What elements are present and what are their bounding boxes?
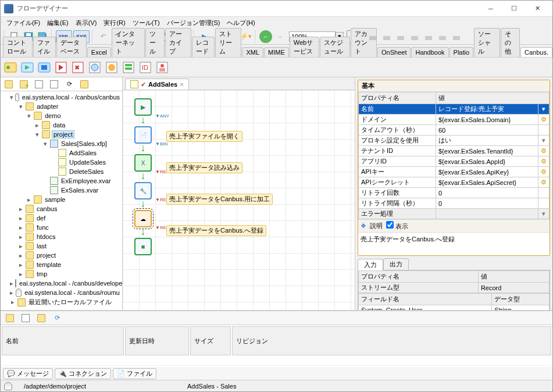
- node-end[interactable]: ■: [134, 238, 152, 255]
- pal-icon-4[interactable]: [53, 60, 69, 75]
- tree-demo[interactable]: ▾demo: [25, 111, 122, 120]
- bt-btn-1[interactable]: [3, 312, 16, 325]
- back-button[interactable]: ←: [259, 30, 272, 43]
- prop-row-apisecret[interactable]: APIシークレット${exvar.ExSales.ApiSecret}⚙: [359, 177, 550, 188]
- forward-button[interactable]: →: [273, 30, 286, 43]
- debug-step-button[interactable]: ⚡▾: [240, 30, 252, 43]
- minimize-button[interactable]: ─: [479, 2, 502, 16]
- ptab-archive[interactable]: アーカイブ: [165, 28, 191, 57]
- pal-icon-3[interactable]: [37, 60, 52, 75]
- sb-btn-2[interactable]: +: [17, 78, 30, 91]
- ptab-stream[interactable]: ストリーム: [215, 28, 241, 57]
- prop-row-timeout[interactable]: タイムアウト（秒）60: [359, 125, 550, 136]
- tree-tmp[interactable]: ▸tmp: [17, 269, 122, 279]
- prop-row-appid[interactable]: アプリID${exvar.ExSales.AppId}⚙: [359, 156, 550, 167]
- flow-canvas[interactable]: ▶▼ANY ↓ 📄▼BIN 売上予実ファイルを開く ↓ X▼REC 売上予実デー…: [123, 90, 355, 310]
- io-prop-table[interactable]: プロパティ名値 ストリーム型Record: [358, 270, 550, 293]
- node-register[interactable]: ☁▼REC: [134, 210, 152, 227]
- tree-canbus[interactable]: ▸canbus: [17, 204, 122, 213]
- ptab-database[interactable]: データベース: [56, 37, 86, 57]
- tree-last[interactable]: ▸last: [17, 241, 122, 251]
- pal-icon-7[interactable]: [104, 60, 119, 75]
- btab-connection[interactable]: 🔌コネクション: [55, 368, 111, 379]
- pal-icon-1[interactable]: [3, 60, 18, 75]
- ptab-other[interactable]: その他: [501, 28, 520, 57]
- tree-template[interactable]: ▸template: [17, 260, 122, 269]
- sb-btn-6[interactable]: [78, 78, 91, 91]
- desc-text[interactable]: 売上予実データをCanbus.へ登録: [358, 232, 550, 255]
- bt-btn-4[interactable]: ⟳: [51, 312, 63, 325]
- project-tree[interactable]: ▾eai.systena.local - /canbus/canbus ▾ada…: [1, 91, 122, 310]
- ft-head-name[interactable]: 名前: [2, 326, 124, 355]
- sb-btn-3[interactable]: [33, 78, 45, 91]
- menu-file[interactable]: ファイル(F): [3, 17, 44, 28]
- vcs-btn5[interactable]: [422, 30, 435, 43]
- ptab-handbook[interactable]: Handbook: [411, 47, 448, 57]
- tree-def[interactable]: ▸def: [17, 213, 122, 223]
- tree-recent[interactable]: ▸最近開いたローカルファイル: [9, 297, 122, 307]
- prop-row-proxy[interactable]: プロキシ設定を使用はい▾: [359, 136, 550, 146]
- redo-button[interactable]: ↷: [110, 30, 123, 43]
- tree-projectf[interactable]: ▸project: [17, 251, 122, 260]
- tree-deletesales[interactable]: DeleteSales: [49, 167, 122, 176]
- io-row-stream[interactable]: ストリーム型Record: [359, 283, 550, 293]
- ptab-tools[interactable]: ツール: [145, 28, 165, 57]
- ptab-file[interactable]: ファイル: [33, 37, 56, 57]
- ptab-social[interactable]: ソーシャル: [474, 28, 500, 57]
- io-tab-input[interactable]: 入力: [358, 259, 383, 270]
- node-convert[interactable]: 🔧▼REC: [134, 182, 152, 199]
- tree-adapter[interactable]: ▾adapter: [17, 102, 122, 111]
- tree-exemp[interactable]: ExEmployee.xvar: [41, 176, 122, 186]
- sb-btn-5[interactable]: ⟳: [63, 78, 76, 91]
- prop-row-error[interactable]: エラー処理▾: [359, 209, 550, 219]
- bt-btn-3[interactable]: [35, 312, 48, 325]
- node-open-file[interactable]: 📄▼BIN: [134, 126, 152, 144]
- bt-btn-2[interactable]: [19, 312, 32, 325]
- pal-icon-9[interactable]: ID: [138, 60, 153, 75]
- ptab-web[interactable]: Webサービス: [290, 37, 320, 57]
- menu-help[interactable]: ヘルプ(H): [223, 17, 258, 28]
- ptab-platio[interactable]: Platio: [449, 47, 474, 57]
- ptab-canbus[interactable]: Canbus.: [520, 47, 552, 57]
- vcs-btn2[interactable]: [380, 30, 393, 43]
- io-tab-output[interactable]: 出力: [383, 258, 409, 270]
- prop-row-name[interactable]: 名前レコード登録:売上予実▾: [359, 104, 550, 115]
- tree-root2[interactable]: ▸eai.systena.local - /canbus/developer: [9, 279, 122, 288]
- tree-exsales[interactable]: ExSales.xvar: [41, 186, 122, 195]
- menu-edit[interactable]: 編集(E): [44, 17, 72, 28]
- node-read[interactable]: X▼REC: [134, 154, 152, 172]
- close-button[interactable]: ✕: [526, 2, 549, 16]
- pal-icon-5[interactable]: ✖: [70, 60, 85, 75]
- prop-row-apikey[interactable]: APIキー${exvar.ExSales.ApiKey}⚙: [359, 167, 550, 177]
- ft-head-rev[interactable]: リビジョン: [232, 326, 551, 355]
- tree-func[interactable]: ▸func: [17, 223, 122, 232]
- ptab-xml[interactable]: XML: [242, 47, 263, 57]
- tree-updatesales[interactable]: UpdateSales: [49, 158, 122, 167]
- prop-row-tenant[interactable]: テナントID${exvar.ExSales.TenantId}⚙: [359, 146, 550, 156]
- prop-row-retry[interactable]: リトライ回数0: [359, 188, 550, 198]
- tree-sample[interactable]: ▸sample: [25, 195, 122, 204]
- sb-btn-1[interactable]: [2, 78, 15, 91]
- pal-icon-6[interactable]: [87, 60, 102, 75]
- menu-run[interactable]: 実行(R): [100, 17, 129, 28]
- ft-head-date[interactable]: 更新日時: [125, 326, 189, 355]
- menu-vcs[interactable]: バージョン管理(S): [163, 17, 224, 28]
- ft-head-size[interactable]: サイズ: [190, 326, 231, 355]
- pal-icon-10[interactable]: [155, 60, 170, 75]
- btab-file[interactable]: 📄ファイル: [113, 368, 156, 379]
- maximize-button[interactable]: ☐: [502, 2, 526, 16]
- prop-row-retryint[interactable]: リトライ間隔（秒）0: [359, 198, 550, 209]
- menu-view[interactable]: 表示(V): [72, 17, 101, 28]
- sb-btn-4[interactable]: [48, 78, 60, 91]
- ptab-control[interactable]: コントロール: [3, 37, 33, 57]
- pal-icon-2[interactable]: [20, 60, 35, 75]
- menu-tool[interactable]: ツール(T): [129, 17, 163, 28]
- canvas-tab-addsales[interactable]: ✔ AddSales ×: [125, 79, 189, 90]
- tree-project[interactable]: ▾project: [33, 130, 122, 139]
- tab-close-icon[interactable]: ×: [180, 81, 183, 88]
- node-start[interactable]: ▶▼ANY: [134, 98, 152, 116]
- vcs-btn3[interactable]: [394, 30, 407, 43]
- show-checkbox[interactable]: 表示: [386, 221, 408, 231]
- tree-addsales[interactable]: AddSales: [49, 148, 122, 158]
- ptab-onsheet[interactable]: OnSheet: [377, 47, 411, 57]
